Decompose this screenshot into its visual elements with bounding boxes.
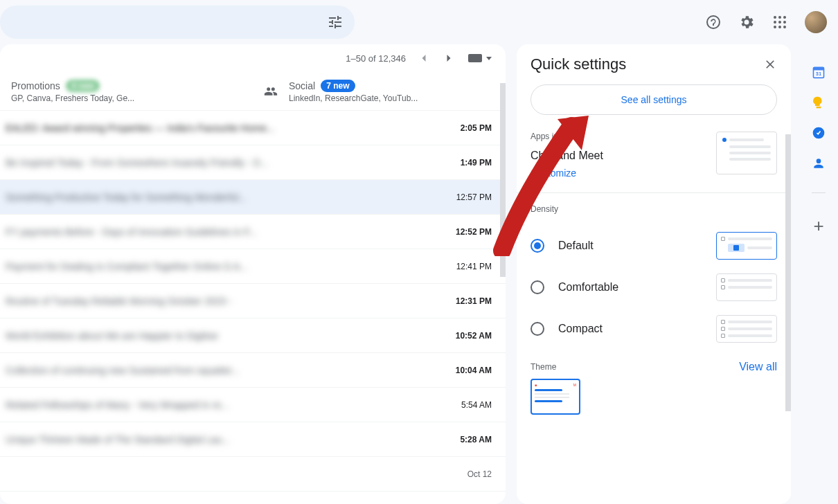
calendar-icon[interactable]: 31	[812, 65, 826, 79]
promotions-badge: 4 new	[66, 80, 100, 92]
mail-toolbar: 1–50 of 12,346	[0, 44, 506, 72]
settings-title: Quick settings	[531, 55, 626, 73]
svg-rect-9	[468, 54, 482, 62]
svg-rect-11	[814, 67, 824, 70]
input-tools-button[interactable]	[467, 53, 492, 64]
section-label: Theme	[531, 362, 556, 372]
help-button[interactable]	[699, 8, 727, 36]
message-row[interactable]: Oct 12	[0, 457, 506, 492]
message-snippet: Be Inspired Today - From Somewhere Insan…	[6, 157, 461, 168]
density-option-compact[interactable]: Compact	[517, 308, 791, 350]
message-list: EALED: Award winning Properties — India'…	[0, 111, 506, 492]
message-row[interactable]: Payment for Dealing Is Compliant Togethe…	[0, 249, 506, 284]
message-row[interactable]: Unique Thirteen Made of The Standard Dig…	[0, 422, 506, 457]
see-all-settings-button[interactable]: See all settings	[531, 84, 777, 115]
message-snippet: Payment for Dealing Is Compliant Togethe…	[6, 261, 456, 272]
theme-preview[interactable]: ■M	[531, 379, 580, 415]
message-snippet: Routine of Tuesday Reliable Morning Octo…	[6, 296, 456, 307]
section-label: Apps in Gmail	[531, 132, 603, 141]
apps-text: Chat and Meet	[531, 150, 603, 162]
side-panel: 31 +	[799, 44, 838, 504]
message-row[interactable]: FY payments Before - Days of Innovation …	[0, 215, 506, 249]
svg-point-0	[774, 16, 776, 19]
radio-label: Compact	[558, 323, 603, 335]
message-snippet: Related Fellowships of Many - Very Wrapp…	[6, 399, 461, 411]
category-tabs: Promotions 4 new GP, Canva, Freshers Tod…	[0, 72, 506, 111]
message-time: 12:31 PM	[456, 296, 492, 306]
message-snippet: Collection of continuing new Sustained f…	[6, 365, 456, 376]
tasks-icon[interactable]	[812, 126, 826, 140]
social-badge: 7 new	[321, 80, 355, 92]
top-bar	[0, 0, 838, 44]
chevron-right-icon[interactable]	[442, 51, 456, 65]
message-time: 12:41 PM	[456, 262, 492, 271]
message-row[interactable]: Routine of Tuesday Reliable Morning Octo…	[0, 284, 506, 318]
tab-promotions[interactable]: Promotions 4 new GP, Canva, Freshers Tod…	[0, 72, 253, 110]
tab-social[interactable]: Social 7 new LinkedIn, ResearchGate, You…	[253, 72, 506, 110]
close-icon[interactable]	[763, 57, 777, 71]
chevron-down-icon	[486, 57, 492, 60]
message-time: 12:52 PM	[456, 227, 492, 237]
message-row[interactable]: Collection of continuing new Sustained f…	[0, 353, 506, 388]
message-snippet: World Exhibition about We are Happier to…	[6, 330, 456, 341]
search-bar[interactable]	[0, 6, 355, 39]
mail-panel: 1–50 of 12,346 Promotions 4 new GP, Canv…	[0, 44, 506, 504]
help-icon	[705, 14, 722, 30]
customize-link[interactable]: Customize	[531, 168, 603, 179]
tune-icon[interactable]	[327, 14, 344, 30]
message-row[interactable]: Related Fellowships of Many - Very Wrapp…	[0, 388, 506, 422]
message-time: 5:54 AM	[461, 400, 492, 410]
message-time: 12:57 PM	[456, 192, 492, 202]
radio[interactable]	[531, 280, 544, 294]
contacts-icon[interactable]	[812, 156, 826, 170]
message-row[interactable]: World Exhibition about We are Happier to…	[0, 318, 506, 353]
view-all-themes-link[interactable]: View all	[739, 361, 777, 373]
chevron-left-icon[interactable]	[417, 51, 431, 65]
message-time: 5:28 AM	[460, 435, 492, 444]
density-section: Density	[517, 193, 791, 225]
svg-point-3	[774, 21, 776, 24]
message-row[interactable]: EALED: Award winning Properties — India'…	[0, 111, 506, 145]
message-snippet: FY payments Before - Days of Innovation …	[6, 226, 456, 237]
people-icon	[264, 84, 278, 98]
gear-icon	[738, 14, 755, 30]
density-option-default[interactable]: Default	[517, 225, 791, 267]
radio-label: Comfortable	[558, 281, 618, 294]
svg-point-7	[778, 26, 781, 28]
message-snippet: EALED: Award winning Properties — India'…	[6, 123, 461, 134]
message-time: 10:04 AM	[456, 366, 492, 375]
page-range: 1–50 of 12,346	[346, 53, 406, 64]
section-label: Density	[531, 204, 777, 214]
message-time: 1:49 PM	[461, 158, 492, 168]
content: 1–50 of 12,346 Promotions 4 new GP, Canv…	[0, 44, 838, 504]
svg-point-2	[783, 16, 786, 19]
quick-settings-panel: Quick settings See all settings Apps in …	[517, 44, 791, 504]
avatar[interactable]	[805, 11, 827, 33]
keep-icon[interactable]	[812, 96, 826, 109]
add-button[interactable]: +	[813, 215, 823, 237]
radio[interactable]	[531, 239, 544, 253]
radio-label: Default	[558, 240, 594, 252]
apps-button[interactable]	[766, 8, 794, 36]
tab-title: Social	[289, 80, 315, 91]
svg-point-1	[778, 16, 781, 19]
density-option-comfortable[interactable]: Comfortable	[517, 267, 791, 308]
svg-point-6	[774, 26, 776, 28]
message-time: 2:05 PM	[461, 123, 492, 133]
svg-point-8	[783, 26, 786, 28]
message-row[interactable]: Something Productive Today for Something…	[0, 180, 506, 215]
apps-section: Apps in Gmail Chat and Meet Customize	[517, 132, 791, 193]
divider	[812, 192, 826, 193]
theme-section: Theme View all	[517, 350, 791, 379]
keyboard-icon	[467, 53, 483, 64]
message-time: Oct 12	[467, 469, 492, 479]
tab-subtitle: LinkedIn, ResearchGate, YouTub...	[289, 93, 418, 103]
apps-preview	[716, 132, 777, 174]
message-row[interactable]: Be Inspired Today - From Somewhere Insan…	[0, 145, 506, 180]
radio[interactable]	[531, 322, 544, 336]
tab-subtitle: GP, Canva, Freshers Today, Ge...	[11, 93, 134, 103]
svg-point-5	[783, 21, 786, 24]
settings-button[interactable]	[733, 8, 760, 36]
message-time: 10:52 AM	[456, 331, 492, 341]
apps-grid-icon	[772, 14, 788, 30]
